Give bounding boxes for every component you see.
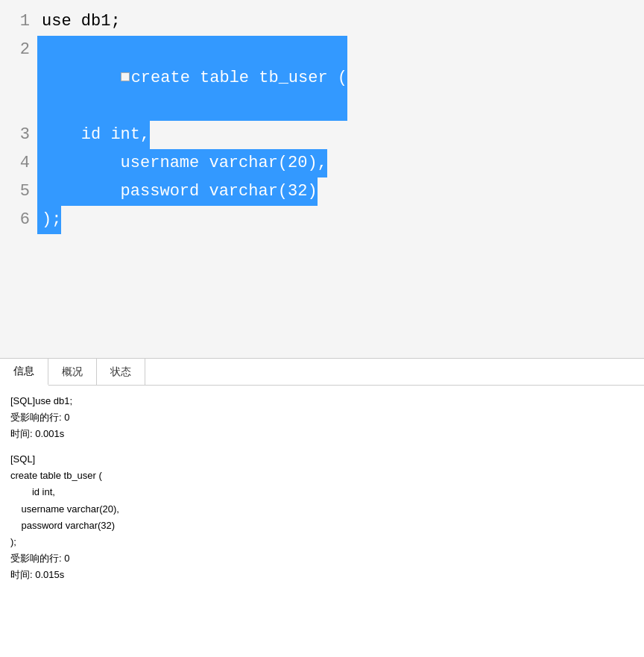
editor-area[interactable]: 1 use db1; 2 create table tb_user ( 3 id…	[0, 0, 644, 358]
code-line-4: 4 username varchar(20),	[0, 149, 644, 177]
line-number-5: 5	[0, 177, 37, 206]
output-sql-2-header: [SQL]	[10, 451, 634, 468]
output-sql-2-line1: create table tb_user (	[10, 468, 634, 484]
code-line-6: 6 );	[0, 206, 644, 234]
output-sql-1: [SQL]use db1;	[10, 393, 634, 409]
line-number-1: 1	[0, 7, 37, 36]
tab-status[interactable]: 状态	[97, 359, 145, 385]
code-line-1: 1 use db1;	[0, 7, 644, 36]
tab-info[interactable]: 信息	[0, 359, 48, 386]
tab-overview[interactable]: 概况	[48, 359, 97, 385]
line-content-2: create table tb_user (	[37, 36, 347, 121]
line-content-3: id int,	[37, 121, 150, 149]
line-content-4: username varchar(20),	[37, 149, 327, 177]
output-sql-2-line5: );	[10, 534, 634, 550]
code-block: 1 use db1; 2 create table tb_user ( 3 id…	[0, 7, 644, 234]
output-block-2: [SQL] create table tb_user ( id int, use…	[10, 451, 634, 583]
line-number-6: 6	[0, 206, 37, 234]
output-sql-2-line2: id int,	[10, 484, 634, 500]
bottom-panel: 信息 概况 状态 [SQL]use db1; 受影响的行: 0 时间: 0.00…	[0, 358, 644, 657]
tabs-bar: 信息 概况 状态	[0, 359, 644, 386]
output-block-1: [SQL]use db1; 受影响的行: 0 时间: 0.001s	[10, 393, 634, 442]
line-content-6: );	[37, 206, 61, 234]
collapse-marker[interactable]	[121, 72, 130, 81]
line-content-5: password varchar(32)	[37, 177, 318, 206]
line-number-2: 2	[0, 36, 37, 121]
code-line-5: 5 password varchar(32)	[0, 177, 644, 206]
output-affected-2: 受影响的行: 0	[10, 550, 634, 567]
output-time-1: 时间: 0.001s	[10, 426, 634, 442]
output-sql-2-line4: password varchar(32)	[10, 518, 634, 534]
output-area: [SQL]use db1; 受影响的行: 0 时间: 0.001s [SQL] …	[0, 386, 644, 600]
output-time-2: 时间: 0.015s	[10, 567, 634, 583]
line-number-3: 3	[0, 121, 37, 149]
code-line-3: 3 id int,	[0, 121, 644, 149]
line-number-4: 4	[0, 149, 37, 177]
output-sql-2-line3: username varchar(20),	[10, 501, 634, 518]
code-line-2: 2 create table tb_user (	[0, 36, 644, 121]
output-affected-1: 受影响的行: 0	[10, 409, 634, 426]
line-content-1: use db1;	[37, 7, 121, 36]
